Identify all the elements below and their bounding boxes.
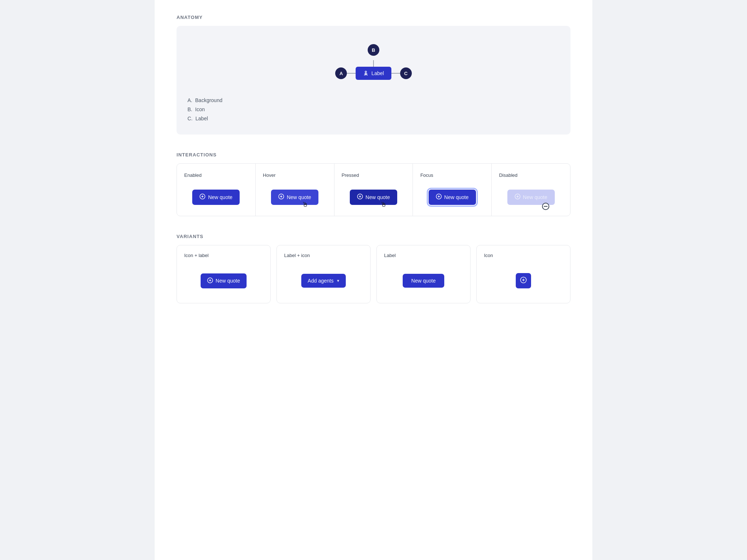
btn-disabled: New quote xyxy=(507,190,555,205)
interaction-btn-wrap-focus: New quote xyxy=(420,190,484,205)
variant-btn-wrap-icon-label: New quote xyxy=(184,270,263,292)
btn-label-only-text: New quote xyxy=(411,278,436,284)
variant-label-icon: Icon xyxy=(484,253,493,258)
interactions-title: INTERACTIONS xyxy=(177,152,570,158)
btn-focus-label: New quote xyxy=(444,194,469,200)
interaction-label-enabled: Enabled xyxy=(184,172,202,178)
anatomy-title: ANATOMY xyxy=(177,15,570,20)
variant-card-label: Label New quote xyxy=(376,245,471,303)
no-entry-icon xyxy=(542,203,549,210)
variant-btn-wrap-label: New quote xyxy=(384,270,463,292)
chevron-down-icon: ▾ xyxy=(337,278,339,283)
anatomy-box: B A xyxy=(177,26,570,135)
page-wrapper: ANATOMY B A xyxy=(155,0,592,560)
btn-enabled[interactable]: New quote xyxy=(192,190,240,205)
interaction-btn-wrap-disabled: New quote xyxy=(499,190,563,205)
anatomy-node-b: B xyxy=(368,44,379,56)
anatomy-row: A Label C xyxy=(335,67,411,80)
legend-a: A. Background xyxy=(187,96,560,105)
plus-circle-icon-variant4 xyxy=(520,277,527,285)
interaction-cell-enabled: Enabled New quote xyxy=(177,164,256,216)
interaction-label-disabled: Disabled xyxy=(499,172,518,178)
anatomy-line-vertical xyxy=(373,60,374,67)
variant-label-label: Label xyxy=(384,253,396,258)
interactions-grid: Enabled New quote Hover xyxy=(177,163,570,216)
legend-b: B. Icon xyxy=(187,105,560,114)
interaction-btn-wrap-hover: New quote 🖱 xyxy=(263,190,327,205)
cursor-hover: 🖱 xyxy=(302,201,309,209)
interaction-label-hover: Hover xyxy=(263,172,276,178)
btn-variant-icon-label-text: New quote xyxy=(216,278,240,284)
variant-btn-wrap-icon xyxy=(484,270,563,292)
btn-pressed[interactable]: New quote xyxy=(350,190,397,205)
interaction-cell-hover: Hover New quote 🖱 xyxy=(256,164,334,216)
interaction-cell-disabled: Disabled New quote xyxy=(492,164,570,216)
btn-pressed-label: New quote xyxy=(365,194,390,200)
btn-add-agents-label: Add agents xyxy=(308,278,334,284)
legend-c: C. Label xyxy=(187,114,560,123)
variant-card-label-icon: Label + icon Add agents ▾ xyxy=(276,245,371,303)
interaction-btn-wrap-pressed: New quote 🖱 xyxy=(342,190,406,205)
btn-focus[interactable]: New quote xyxy=(429,190,476,205)
plus-circle-icon-disabled xyxy=(515,194,520,201)
variant-label-icon-label: Icon + label xyxy=(184,253,209,258)
anatomy-node-c: C xyxy=(400,67,412,79)
btn-hover[interactable]: New quote xyxy=(271,190,318,205)
variant-btn-wrap-label-icon: Add agents ▾ xyxy=(284,270,363,292)
btn-variant-icon-only[interactable] xyxy=(516,273,531,288)
plus-circle-icon-hover xyxy=(278,194,284,201)
btn-variant-icon-label[interactable]: New quote xyxy=(201,273,247,288)
interaction-label-focus: Focus xyxy=(420,172,433,178)
anatomy-node-a: A xyxy=(335,67,347,79)
variants-title: VARIANTS xyxy=(177,234,570,239)
cursor-pressed: 🖱 xyxy=(380,201,387,209)
svg-point-0 xyxy=(365,71,367,73)
plus-circle-icon-focus xyxy=(436,194,442,201)
anatomy-button[interactable]: Label xyxy=(356,67,391,80)
btn-variant-label-dropdown[interactable]: Add agents ▾ xyxy=(301,274,346,288)
interactions-section: INTERACTIONS Enabled New quote Hover xyxy=(177,152,570,216)
variants-section: VARIANTS Icon + label New quote Label + … xyxy=(177,234,570,303)
anatomy-section: ANATOMY B A xyxy=(177,15,570,135)
btn-variant-label-only[interactable]: New quote xyxy=(403,274,445,288)
variants-grid: Icon + label New quote Label + icon Add … xyxy=(177,245,570,303)
anatomy-button-label: Label xyxy=(371,70,384,76)
interaction-label-pressed: Pressed xyxy=(342,172,359,178)
anatomy-legend: A. Background B. Icon C. Label xyxy=(187,96,560,124)
anatomy-line-left xyxy=(347,73,356,74)
plus-circle-icon-variant1 xyxy=(207,277,213,284)
variant-label-label-icon: Label + icon xyxy=(284,253,310,258)
interaction-cell-focus: Focus New quote xyxy=(413,164,492,216)
plus-circle-icon-pressed xyxy=(357,194,363,201)
plus-circle-icon-enabled xyxy=(200,194,205,201)
variant-card-icon: Icon xyxy=(476,245,570,303)
variant-card-icon-label: Icon + label New quote xyxy=(177,245,271,303)
anatomy-diagram: B A xyxy=(187,37,560,87)
interaction-btn-wrap-enabled: New quote xyxy=(184,190,248,205)
anchor-icon xyxy=(363,70,369,76)
btn-hover-label: New quote xyxy=(287,194,311,200)
interaction-cell-pressed: Pressed New quote 🖱 xyxy=(334,164,413,216)
btn-disabled-label: New quote xyxy=(523,194,547,200)
btn-enabled-label: New quote xyxy=(208,194,232,200)
anatomy-line-right xyxy=(391,73,400,74)
